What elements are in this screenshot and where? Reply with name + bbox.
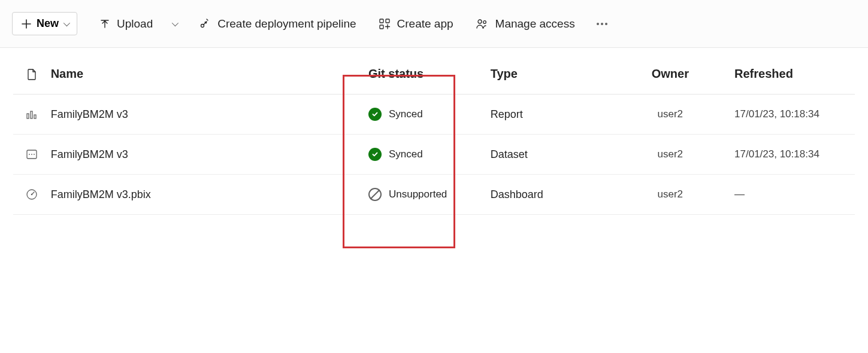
item-type: Dataset <box>491 148 528 160</box>
item-refreshed: 17/01/23, 10:18:34 <box>734 108 819 120</box>
create-pipeline-label: Create deployment pipeline <box>217 17 356 31</box>
plus-icon <box>21 19 32 29</box>
report-icon <box>25 108 38 121</box>
git-status-text: Unsupported <box>389 188 447 200</box>
header-name[interactable]: Name <box>51 48 364 95</box>
dashboard-icon <box>25 188 38 201</box>
item-name: FamilyBM2M v3 <box>51 108 128 120</box>
file-icon <box>26 68 37 80</box>
svg-point-10 <box>29 154 30 155</box>
item-refreshed: — <box>734 188 745 200</box>
git-status-text: Synced <box>389 148 423 160</box>
synced-icon <box>368 108 382 121</box>
item-owner: user2 <box>658 108 683 120</box>
upload-label: Upload <box>117 17 153 31</box>
more-options-button[interactable] <box>597 23 607 25</box>
item-type: Report <box>491 108 523 120</box>
table-row[interactable]: FamilyBM2M v3.pbix Unsupported Dashboard… <box>13 175 855 215</box>
unsupported-icon <box>368 188 382 201</box>
items-table: Name Git status Type Owner Refreshed Fam… <box>13 48 855 215</box>
new-button[interactable]: New <box>12 12 77 35</box>
header-owner[interactable]: Owner <box>611 48 730 95</box>
create-app-button[interactable]: Create app <box>378 17 453 31</box>
manage-access-label: Manage access <box>495 17 575 31</box>
create-deployment-pipeline-button[interactable]: Create deployment pipeline <box>198 17 356 31</box>
create-app-label: Create app <box>397 17 453 31</box>
content-area: Name Git status Type Owner Refreshed Fam… <box>0 48 868 215</box>
header-type[interactable]: Type <box>486 48 611 95</box>
new-button-label: New <box>37 17 59 30</box>
svg-point-11 <box>31 154 32 155</box>
item-owner: user2 <box>658 148 683 160</box>
svg-rect-2 <box>386 19 389 23</box>
svg-rect-1 <box>380 19 383 23</box>
chevron-down-icon <box>63 19 70 26</box>
header-refreshed[interactable]: Refreshed <box>730 48 855 95</box>
synced-icon <box>368 148 382 161</box>
svg-rect-8 <box>34 115 36 118</box>
svg-point-4 <box>478 20 482 23</box>
git-status-text: Synced <box>389 108 423 120</box>
table-row[interactable]: FamilyBM2M v3 Synced Report user2 17/01/… <box>13 95 855 135</box>
item-refreshed: 17/01/23, 10:18:34 <box>734 148 819 160</box>
upload-icon <box>99 18 111 30</box>
svg-point-5 <box>483 20 486 23</box>
item-owner: user2 <box>658 188 683 200</box>
manage-access-button[interactable]: Manage access <box>475 17 575 31</box>
table-row[interactable]: FamilyBM2M v3 Synced Dataset user2 17/01… <box>13 135 855 175</box>
item-name: FamilyBM2M v3.pbix <box>51 188 151 200</box>
app-icon <box>378 17 391 31</box>
svg-rect-6 <box>27 114 29 118</box>
svg-rect-3 <box>380 25 383 29</box>
svg-rect-7 <box>31 111 32 118</box>
pipeline-icon <box>198 17 211 31</box>
dataset-icon <box>25 148 38 161</box>
table-body: FamilyBM2M v3 Synced Report user2 17/01/… <box>13 95 855 215</box>
upload-button[interactable]: Upload <box>99 17 177 31</box>
item-type: Dashboard <box>491 188 543 200</box>
item-name: FamilyBM2M v3 <box>51 148 128 160</box>
chevron-down-icon <box>172 19 179 26</box>
people-icon <box>475 17 489 31</box>
table-header-row: Name Git status Type Owner Refreshed <box>13 48 855 95</box>
header-icon <box>13 48 51 95</box>
svg-point-12 <box>34 154 35 155</box>
header-git-status[interactable]: Git status <box>364 48 486 95</box>
svg-point-14 <box>31 194 33 196</box>
toolbar: New Upload Create deployment pipeline Cr… <box>0 0 868 48</box>
